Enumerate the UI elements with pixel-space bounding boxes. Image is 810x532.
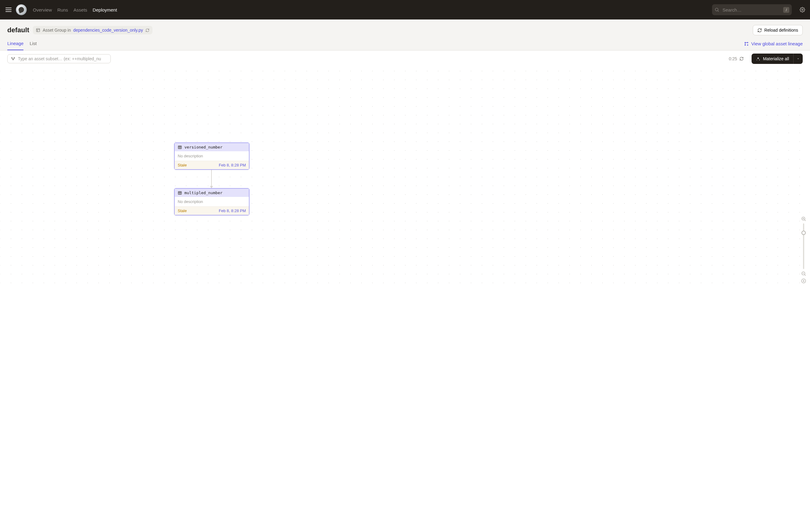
asset-node-versioned-number[interactable]: versioned_number No description Stale Fe… — [174, 142, 249, 170]
svg-point-0 — [715, 8, 718, 11]
zoom-out-icon — [801, 271, 806, 276]
filter-icon — [11, 56, 16, 61]
reload-icon — [145, 28, 149, 32]
svg-point-8 — [745, 45, 746, 45]
asset-filter-box[interactable] — [7, 54, 111, 63]
refresh-now-button[interactable] — [740, 57, 744, 61]
materialize-label: Materialize all — [763, 56, 789, 61]
nav-overview[interactable]: Overview — [33, 7, 52, 13]
tab-list[interactable]: List — [30, 41, 36, 50]
repo-icon — [36, 28, 40, 32]
zoom-out-button[interactable] — [801, 271, 806, 276]
edge — [211, 167, 212, 188]
search-icon — [714, 7, 719, 12]
asset-timestamp: Feb 8, 8:28 PM — [219, 209, 246, 213]
chip-prefix: Asset Group in — [43, 28, 71, 33]
svg-point-2 — [802, 9, 803, 11]
asset-node-multipled-number[interactable]: multipled_number No description Stale Fe… — [174, 188, 249, 215]
svg-point-6 — [745, 42, 746, 43]
table-icon — [178, 191, 182, 195]
svg-point-14 — [13, 59, 14, 60]
svg-point-12 — [12, 58, 13, 59]
chip-reload-button[interactable] — [145, 28, 149, 32]
reload-icon — [757, 28, 762, 33]
materialize-button-group: Materialize all — [751, 53, 803, 64]
asset-timestamp: Feb 8, 8:28 PM — [219, 163, 246, 167]
svg-rect-21 — [178, 191, 182, 194]
asset-filter-input[interactable] — [18, 56, 108, 61]
global-lineage-link[interactable]: View global asset lineage — [744, 41, 803, 50]
table-icon — [178, 145, 182, 149]
svg-line-1 — [718, 11, 719, 12]
nav-links: Overview Runs Assets Deployment — [33, 7, 117, 13]
asset-name: multipled_number — [184, 191, 223, 195]
nav-runs[interactable]: Runs — [58, 7, 68, 13]
reload-definitions-label: Reload definitions — [764, 28, 798, 33]
chip-file-link[interactable]: dependencies_code_version_only.py — [73, 28, 143, 33]
lineage-canvas[interactable]: versioned_number No description Stale Fe… — [0, 67, 810, 286]
sparkle-icon — [756, 57, 760, 61]
zoom-in-button[interactable] — [801, 216, 806, 222]
svg-point-13 — [14, 58, 15, 59]
timer-value: 0:25 — [729, 56, 737, 61]
zoom-fit-button[interactable] — [801, 278, 806, 284]
canvas-toolbar: 0:25 Materialize all — [0, 50, 810, 67]
materialize-all-button[interactable]: Materialize all — [751, 53, 793, 64]
asset-group-chip: Asset Group in dependencies_code_version… — [33, 26, 152, 34]
download-icon — [801, 278, 806, 284]
nav-assets[interactable]: Assets — [74, 7, 87, 13]
zoom-slider-thumb[interactable] — [801, 231, 806, 235]
page-header: default Asset Group in dependencies_code… — [0, 19, 810, 50]
page-title: default — [7, 26, 29, 34]
svg-point-9 — [747, 45, 748, 45]
materialize-dropdown-button[interactable] — [793, 53, 803, 64]
search-box[interactable]: / — [712, 4, 792, 15]
svg-line-16 — [13, 59, 14, 59]
chevron-down-icon — [797, 57, 800, 60]
zoom-slider-track[interactable] — [803, 223, 804, 269]
view-tabs: Lineage List — [7, 41, 37, 50]
zoom-controls — [801, 216, 806, 284]
nav-deployment[interactable]: Deployment — [93, 7, 117, 13]
top-nav: Overview Runs Assets Deployment / — [0, 0, 810, 19]
svg-point-7 — [747, 42, 748, 43]
asset-status: Stale — [178, 209, 187, 213]
svg-line-26 — [805, 220, 806, 221]
reload-icon — [740, 57, 744, 61]
app-logo[interactable] — [16, 4, 27, 15]
svg-rect-3 — [36, 29, 40, 32]
settings-button[interactable] — [800, 7, 805, 13]
asset-description: No description — [175, 197, 249, 206]
svg-line-15 — [12, 59, 13, 59]
zoom-in-icon — [801, 216, 806, 222]
menu-icon[interactable] — [5, 6, 12, 13]
gear-icon — [800, 7, 805, 13]
refresh-timer: 0:25 — [729, 56, 744, 61]
search-shortcut: / — [783, 7, 789, 13]
reload-definitions-button[interactable]: Reload definitions — [753, 25, 803, 35]
svg-rect-17 — [178, 146, 182, 148]
asset-name: versioned_number — [184, 145, 223, 149]
tab-lineage[interactable]: Lineage — [7, 41, 23, 50]
asset-description: No description — [175, 151, 249, 161]
svg-line-30 — [805, 275, 806, 275]
graph-icon — [744, 42, 749, 46]
asset-status: Stale — [178, 163, 187, 167]
global-lineage-label: View global asset lineage — [751, 41, 803, 46]
search-input[interactable] — [723, 7, 780, 13]
